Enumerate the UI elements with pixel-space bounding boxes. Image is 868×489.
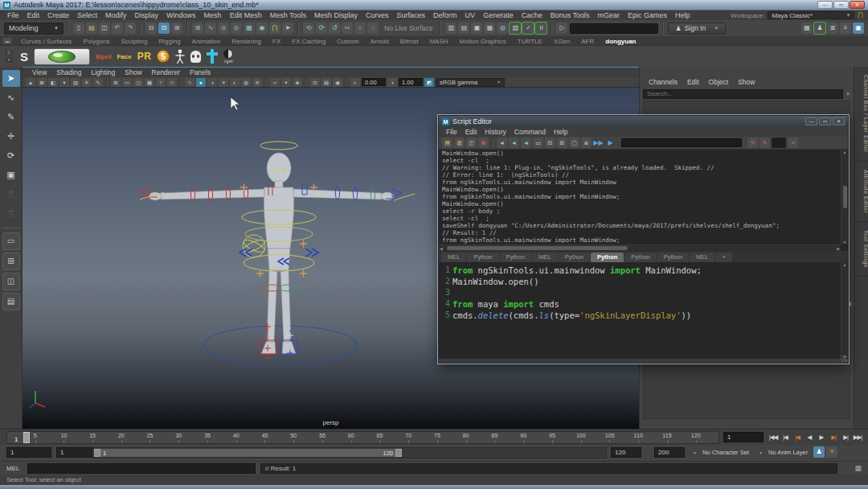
- construction-history-icon[interactable]: ↺: [329, 23, 340, 34]
- modeling-toolkit-icon[interactable]: ▣: [853, 23, 864, 34]
- scroll-right-icon[interactable]: ▶: [837, 245, 840, 252]
- scale-tool[interactable]: ▣: [2, 166, 20, 183]
- shelf-tab-arnold[interactable]: Arnold: [365, 37, 395, 46]
- menu-uv[interactable]: UV: [461, 10, 480, 20]
- shelf-tab-fx[interactable]: FX: [267, 37, 286, 46]
- toggle-display-icon[interactable]: ✓: [522, 23, 534, 34]
- greasepencil-icon[interactable]: ✎: [93, 78, 103, 87]
- source-script-icon[interactable]: ▥: [454, 138, 465, 148]
- shelf-tab-mash[interactable]: MASH: [424, 37, 453, 46]
- camera-icon[interactable]: ◉: [333, 78, 342, 87]
- redo-icon[interactable]: ↷: [125, 23, 136, 34]
- shelf-tab-animation[interactable]: Animation: [186, 37, 227, 46]
- range-slider-track[interactable]: 1 120: [92, 447, 607, 458]
- execute-icon[interactable]: ▶: [605, 138, 616, 148]
- snapshot-icon[interactable]: ⊡: [310, 78, 320, 87]
- suppress-output-icon[interactable]: ⊟: [545, 138, 555, 148]
- exposure-field[interactable]: 0.00: [362, 78, 386, 86]
- reflection-icon[interactable]: ◌: [367, 23, 379, 34]
- color-management-icon[interactable]: ◩: [424, 78, 434, 87]
- shelf-item-face[interactable]: Face: [117, 53, 131, 60]
- script-editor-menu-command[interactable]: Command: [510, 127, 550, 137]
- close-button[interactable]: ✕: [850, 1, 865, 9]
- shelf-menu-icon[interactable]: ▬: [2, 38, 12, 44]
- layer-editor-toggle-icon[interactable]: ≡: [840, 23, 851, 34]
- shelf-tab-xgen[interactable]: XGen: [548, 37, 575, 46]
- shelf-tab-rendering[interactable]: Rendering: [226, 37, 267, 46]
- animation-start-field[interactable]: 1: [6, 447, 51, 458]
- scroll-up-icon[interactable]: ▲: [843, 150, 847, 154]
- menu-edit-mesh[interactable]: Edit Mesh: [226, 10, 266, 20]
- field-chart-icon[interactable]: ⌗: [156, 78, 166, 87]
- gamma-field[interactable]: 1.00: [399, 78, 423, 86]
- shelf-tab-fx-caching[interactable]: FX Caching: [286, 37, 331, 46]
- script-editor-menu-edit[interactable]: Edit: [461, 127, 481, 137]
- script-input-pane[interactable]: 1from ngSkinTools.ui.mainwindow import M…: [439, 262, 848, 359]
- open-render-view-icon[interactable]: ▥: [445, 23, 457, 34]
- shadows-icon[interactable]: ◐: [230, 78, 240, 87]
- script-tab-python-6[interactable]: Python: [624, 253, 656, 262]
- viewport-menu-view[interactable]: View: [27, 68, 51, 77]
- isolate-select-icon[interactable]: ◈: [293, 78, 302, 87]
- resolution-gate-icon[interactable]: ◫: [133, 78, 143, 87]
- four-pane-layout-button[interactable]: ⊞: [2, 253, 20, 270]
- clear-history-icon[interactable]: ⊠: [478, 138, 489, 148]
- menu-surfaces[interactable]: Surfaces: [393, 10, 430, 20]
- highlight-selection-icon[interactable]: ➤: [282, 23, 293, 34]
- new-scene-icon[interactable]: ▯: [73, 23, 84, 34]
- scrollbar-thumb[interactable]: [447, 246, 628, 250]
- playback-end-field[interactable]: 120: [611, 447, 641, 458]
- menu-mesh-display[interactable]: Mesh Display: [310, 10, 362, 20]
- ipr-render-icon[interactable]: ▣: [471, 23, 482, 34]
- script-history-pane[interactable]: MainWindow.open()select -cl ;// Warning:…: [439, 150, 848, 252]
- chevron-down-icon[interactable]: ▼: [693, 450, 697, 455]
- shelf-item-ngskintools-logo[interactable]: [34, 48, 90, 65]
- menu-file[interactable]: File: [3, 10, 23, 20]
- last-tool-slot[interactable]: ▒: [2, 186, 20, 203]
- script-editor-menu-file[interactable]: File: [442, 127, 461, 137]
- custom-tool-slot[interactable]: ▒: [2, 205, 20, 222]
- sidebar-tab-attribute-editor[interactable]: Attribute Editor: [854, 162, 868, 222]
- undo-icon[interactable]: ↶: [112, 23, 123, 34]
- go-to-start-button[interactable]: |◀◀: [768, 431, 779, 443]
- viewport-menu-lighting[interactable]: Lighting: [86, 68, 120, 77]
- menu-curves[interactable]: Curves: [362, 10, 393, 20]
- shelf-tab-rigging[interactable]: Rigging: [153, 37, 186, 46]
- clear-search-icon[interactable]: ✕: [845, 91, 850, 97]
- gate-mask-icon[interactable]: ▦: [145, 78, 154, 87]
- exposure-toggle-icon[interactable]: ◐: [350, 78, 360, 87]
- shelf-tab-dongyuan[interactable]: dongyuan: [600, 37, 641, 46]
- outliner-layout-button[interactable]: ▤: [2, 293, 20, 310]
- image-plane-icon[interactable]: ▨: [71, 78, 80, 87]
- shelf-item-skull-icon[interactable]: [190, 51, 201, 63]
- xray-joints-icon[interactable]: ✦: [281, 78, 291, 87]
- shelf-tab-bifrost[interactable]: Bifrost: [395, 37, 424, 46]
- lock-selection-icon[interactable]: ⋂: [269, 23, 280, 34]
- viewport-menu-panels[interactable]: Panels: [185, 68, 215, 77]
- xray-icon[interactable]: ▱: [270, 78, 280, 87]
- shelf-tab-motion-graphics[interactable]: Motion Graphics: [454, 37, 512, 46]
- textured-mode-icon[interactable]: ◑: [207, 78, 217, 87]
- menu-bonus-tools[interactable]: Bonus Tools: [547, 10, 594, 20]
- channel-box-toggle-icon[interactable]: ≣: [827, 23, 838, 34]
- 2d-pan-zoom-icon[interactable]: ✛: [82, 78, 92, 87]
- menu-modify[interactable]: Modify: [101, 10, 131, 20]
- script-search-field[interactable]: [621, 138, 742, 147]
- select-component-icon[interactable]: ⊞: [171, 23, 182, 34]
- menu-deform[interactable]: Deform: [429, 10, 461, 20]
- script-tab-python-5[interactable]: Python: [591, 253, 624, 262]
- play-backwards-button[interactable]: ◀: [804, 431, 815, 443]
- shelf-tab-polygons[interactable]: Polygons: [78, 37, 116, 46]
- history-hscrollbar[interactable]: ◀▶: [439, 244, 841, 251]
- bookmark-icon[interactable]: ▾: [59, 78, 69, 87]
- code-vscrollbar[interactable]: ▲▼: [841, 262, 848, 359]
- time-slider[interactable]: 1 51015202530354045505560657075808590951…: [6, 431, 719, 444]
- anim-layer-dropdown[interactable]: No Anim Layer: [768, 448, 808, 458]
- auto-keyframe-button[interactable]: ✦: [826, 446, 837, 458]
- safe-action-icon[interactable]: ◇: [167, 78, 177, 87]
- move-tool[interactable]: ✛: [2, 128, 20, 145]
- quick-help-icon[interactable]: ▷: [556, 23, 567, 34]
- gear-icon[interactable]: ☰: [5, 50, 13, 55]
- snap-grid-icon[interactable]: ⊞: [192, 23, 203, 34]
- shelf-item-badge-5[interactable]: 5: [157, 50, 170, 63]
